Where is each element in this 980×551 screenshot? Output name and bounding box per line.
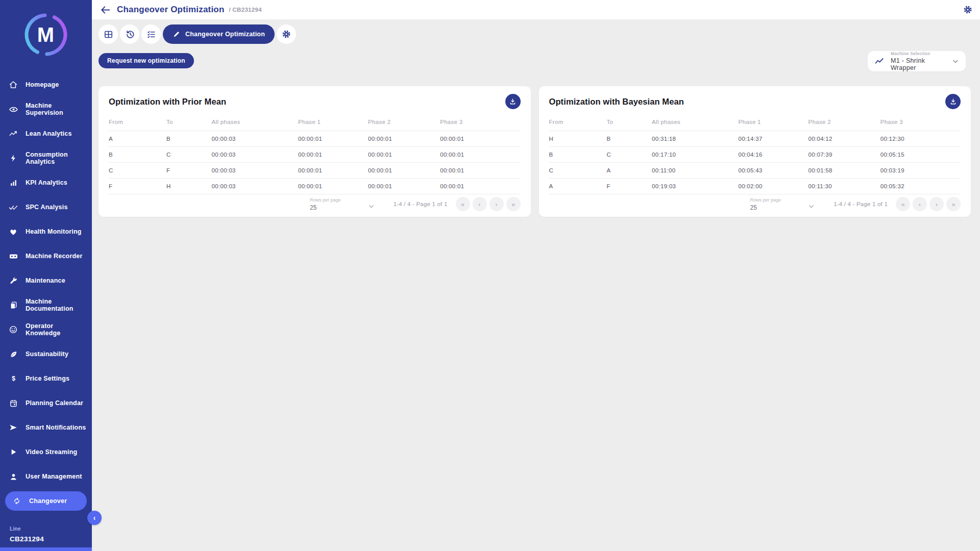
table-cell: 00:05:32 (880, 179, 961, 194)
history-view-button[interactable] (120, 24, 139, 44)
sidebar-item-kpi-analytics[interactable]: KPI Analytics (0, 170, 92, 195)
machine-selection-text: Machine Selection M1 - Shrink Wrapper (891, 51, 945, 71)
table-cell: 00:05:43 (738, 163, 808, 179)
heart-icon (8, 227, 19, 236)
rows-per-page-select[interactable]: Rows per page 25 (310, 197, 375, 211)
table-cell: 00:11:30 (808, 179, 880, 194)
sidebar-item-label: Video Streaming (26, 448, 77, 456)
table-cell: 00:01:58 (808, 163, 880, 179)
download-button[interactable] (945, 94, 961, 109)
chevron-down-icon (951, 57, 960, 65)
table-view-button[interactable] (99, 24, 118, 44)
column-header: All phases (652, 114, 738, 131)
next-page-icon: › (495, 201, 497, 208)
prev-page-button[interactable]: ‹ (913, 197, 927, 211)
table-cell: 00:07:39 (808, 147, 880, 163)
sidebar-item-label: Lean Analytics (26, 130, 72, 137)
sidebar-item-label: Health Monitoring (26, 228, 82, 235)
home-icon (8, 80, 19, 89)
lightning-icon (8, 154, 19, 162)
sidebar-item-changeover[interactable]: Changeover (5, 491, 87, 511)
trend-icon (8, 129, 19, 138)
sidebar-item-user-management[interactable]: User Management (0, 464, 92, 489)
gear-icon (963, 5, 973, 15)
last-page-icon: » (511, 201, 515, 208)
first-page-button[interactable]: « (896, 197, 910, 211)
table-pagination: Rows per page 25 1-4 / 4 - Page 1 of 1 «… (549, 197, 961, 211)
trend-icon (874, 56, 885, 66)
last-page-button[interactable]: » (506, 197, 521, 211)
sidebar-item-smart-notifications[interactable]: Smart Notifications (0, 415, 92, 440)
cards-row: Optimization with Prior Mean FromToAll p… (99, 86, 971, 217)
column-header: To (166, 114, 212, 131)
column-header: Phase 2 (808, 114, 880, 131)
table-cell: 00:00:01 (440, 163, 520, 179)
table-cell: B (166, 131, 212, 147)
first-page-icon: « (461, 201, 464, 208)
card-title: Optimization with Bayesian Mean (549, 97, 684, 107)
sidebar-item-health-monitoring[interactable]: Health Monitoring (0, 219, 92, 244)
last-page-button[interactable]: » (946, 197, 961, 211)
sidebar-item-machine-supervision[interactable]: Machine Supervision (0, 97, 92, 121)
sidebar-item-homepage[interactable]: Homepage (0, 72, 92, 97)
sidebar-item-lean-analytics[interactable]: Lean Analytics (0, 121, 92, 146)
table-cell: 00:04:12 (808, 131, 880, 147)
sidebar-item-consumption-analytics[interactable]: Consumption Analytics (0, 146, 92, 170)
prev-page-icon: ‹ (919, 201, 921, 208)
download-button[interactable] (505, 94, 521, 109)
column-header: Phase 2 (368, 114, 440, 131)
sidebar-item-maintenance[interactable]: Maintenance (0, 268, 92, 293)
list-view-button[interactable] (141, 24, 161, 44)
settings-button[interactable] (963, 5, 973, 15)
sidebar-item-sustainability[interactable]: Sustainability (0, 342, 92, 366)
optimization-settings-button[interactable] (277, 24, 296, 44)
table-cell: A (109, 131, 166, 147)
page-title: Changeover Optimization (117, 5, 225, 15)
rows-per-page-select[interactable]: Rows per page 25 (750, 197, 816, 211)
next-page-button[interactable]: › (489, 197, 504, 211)
table-row: HB00:31:1800:14:3700:04:1200:12:30 (549, 131, 961, 147)
prev-page-button[interactable]: ‹ (473, 197, 487, 211)
table-row: BC00:00:0300:00:0100:00:0100:00:01 (109, 147, 521, 163)
page-header: Changeover Optimization / CB231294 (92, 0, 980, 19)
table-cell: 00:00:01 (440, 131, 520, 147)
table-cell: 00:00:01 (440, 179, 520, 194)
table-row: CF00:00:0300:00:0100:00:0100:00:01 (109, 163, 521, 179)
back-button[interactable] (100, 5, 111, 15)
sidebar-item-label: Homepage (26, 81, 59, 88)
sidebar-item-spc-analysis[interactable]: SPC Analysis (0, 195, 92, 219)
recorder-icon (8, 252, 19, 261)
tab-changeover-optimization[interactable]: Changeover Optimization (163, 24, 275, 44)
globe-icon (8, 325, 19, 334)
arrow-left-icon (100, 5, 111, 15)
table-cell: 00:00:01 (368, 131, 440, 147)
table-cell: C (109, 163, 166, 179)
sidebar-item-label: Sustainability (26, 350, 68, 358)
table-cell: 00:00:01 (298, 163, 368, 179)
double-check-icon (8, 203, 19, 212)
first-page-button[interactable]: « (456, 197, 470, 211)
sidebar-item-machine-recorder[interactable]: Machine Recorder (0, 244, 92, 268)
next-page-button[interactable]: › (929, 197, 944, 211)
machine-selection-dropdown[interactable]: Machine Selection M1 - Shrink Wrapper (868, 51, 966, 71)
table-cell: 00:00:01 (298, 131, 368, 147)
table-cell: 00:00:01 (298, 179, 368, 194)
table-cell: 00:05:15 (880, 147, 961, 163)
card-title: Optimization with Prior Mean (109, 97, 226, 107)
sidebar-collapse-button[interactable]: ‹ (87, 511, 102, 525)
table-cell: 00:04:16 (738, 147, 808, 163)
sidebar-item-video-streaming[interactable]: Video Streaming (0, 440, 92, 464)
request-new-optimization-button[interactable]: Request new optimization (99, 53, 194, 68)
eye-icon (8, 105, 19, 114)
sidebar-item-label: Consumption Analytics (26, 151, 88, 166)
table-cell: 00:11:00 (652, 163, 738, 179)
sidebar-item-planning-calendar[interactable]: Planning Calendar (0, 391, 92, 415)
play-icon (8, 448, 19, 456)
sidebar-item-label: Smart Notifications (26, 424, 86, 431)
sidebar-item-price-settings[interactable]: $Price Settings (0, 366, 92, 391)
table-cell: 00:00:01 (440, 147, 520, 163)
table-row: AB00:00:0300:00:0100:00:0100:00:01 (109, 131, 521, 147)
logo-letter: M (22, 11, 69, 58)
sidebar-item-operator-knowledge[interactable]: Operator Knowledge (0, 317, 92, 342)
sidebar-item-machine-documentation[interactable]: Machine Documentation (0, 293, 92, 317)
